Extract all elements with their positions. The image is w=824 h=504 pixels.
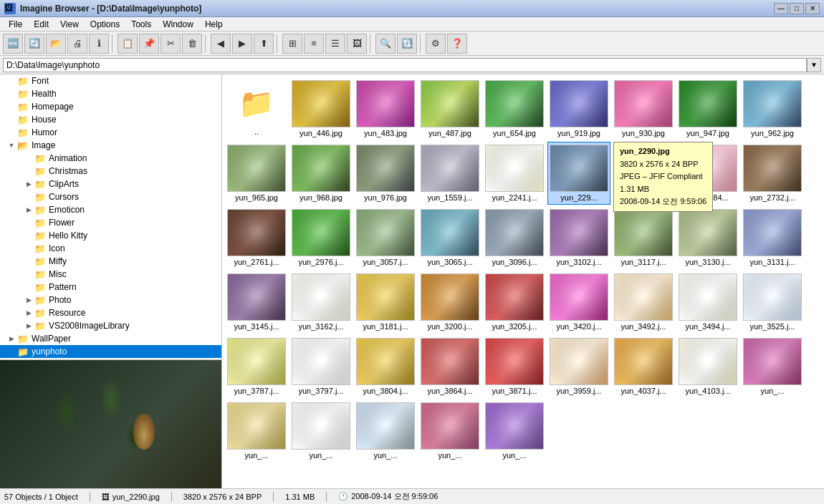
tree-expander-font[interactable] — [6, 75, 17, 87]
address-input[interactable] — [3, 58, 807, 72]
thumb-item-yun_r3[interactable]: yun_... — [289, 399, 353, 462]
thumb-item-yun_962[interactable]: yun_962.jpg — [741, 77, 804, 140]
toolbar-zoom-in[interactable]: 🔍 — [375, 34, 396, 54]
thumb-item-yun_483[interactable]: yun_483.jpg — [354, 77, 417, 140]
thumb-item-yun_2290[interactable]: yun_229... — [547, 142, 610, 205]
thumb-item-yun_968[interactable]: yun_968.jpg — [289, 142, 353, 205]
thumb-item-yun_919[interactable]: yun_919.jpg — [547, 77, 610, 140]
thumb-item-yun_930[interactable]: yun_930.jpg — [612, 77, 675, 140]
toolbar-up[interactable]: ⬆ — [254, 34, 274, 54]
thumb-item-yun_r2[interactable]: yun_... — [225, 399, 288, 462]
thumb-item-yun_2241[interactable]: yun_2241.j... — [483, 142, 546, 205]
thumb-item-yun_2976[interactable]: yun_2976.j... — [289, 206, 353, 269]
toolbar-copy[interactable]: 📋 — [118, 34, 138, 54]
toolbar-forward[interactable]: ▶ — [232, 34, 252, 54]
sidebar-item-misc[interactable]: 📁Misc — [0, 268, 221, 281]
sidebar-item-yunphoto[interactable]: 📁yunphoto — [0, 345, 221, 358]
thumb-item-yun_3494[interactable]: yun_3494.j... — [676, 271, 739, 334]
minimize-button[interactable]: — — [774, 3, 788, 14]
toolbar-new[interactable]: 🆕 — [3, 34, 23, 54]
thumb-item-yun_r5[interactable]: yun_... — [418, 399, 482, 462]
thumb-item-yun_3804[interactable]: yun_3804.j... — [354, 335, 417, 398]
sidebar-item-pattern[interactable]: 📁Pattern — [0, 281, 221, 294]
tree-expander-humor[interactable] — [6, 127, 17, 138]
thumb-item-yun_4103[interactable]: yun_4103.j... — [676, 335, 739, 398]
tree-expander-christmas[interactable] — [23, 165, 34, 177]
tree-expander-homepage[interactable] — [6, 101, 17, 112]
menu-file[interactable]: File — [3, 18, 28, 31]
tree-expander-cliparts[interactable]: ▶ — [23, 178, 34, 190]
thumb-item-yun_1559[interactable]: yun_1559.j... — [418, 142, 482, 205]
sidebar-item-resource[interactable]: ▶📁Resource — [0, 306, 221, 319]
thumb-item-yun_976[interactable]: yun_976.jpg — [354, 142, 417, 205]
thumb-item-yun_2732[interactable]: yun_2732.j... — [741, 142, 804, 205]
tree-expander-health[interactable] — [6, 88, 17, 100]
toolbar-open[interactable]: 📂 — [46, 34, 66, 54]
tree-expander-house[interactable] — [6, 114, 17, 125]
thumb-item-yun_446[interactable]: yun_446.jpg — [289, 77, 353, 140]
toolbar-cut[interactable]: ✂ — [161, 34, 181, 54]
menu-options[interactable]: Options — [85, 18, 125, 31]
tree-expander-hellokitty[interactable] — [23, 230, 34, 241]
toolbar-view3[interactable]: ☰ — [325, 34, 345, 54]
sidebar-item-flower[interactable]: 📁Flower — [0, 216, 221, 229]
thumb-item-yun_487[interactable]: yun_487.jpg — [418, 77, 482, 140]
toolbar-help[interactable]: ❓ — [447, 34, 467, 54]
tree-expander-pattern[interactable] — [23, 281, 34, 293]
sidebar-item-animation[interactable]: 📁Animation — [0, 152, 221, 165]
thumb-item-yun_3871[interactable]: yun_3871.j... — [483, 335, 546, 398]
thumb-item-yun_3057[interactable]: yun_3057.j... — [354, 206, 417, 269]
sidebar-item-miffy[interactable]: 📁Miffy — [0, 255, 221, 268]
menu-view[interactable]: View — [54, 18, 85, 31]
thumb-item-dotdot[interactable]: 📁.. — [225, 77, 288, 140]
toolbar-rotate[interactable]: 🔃 — [397, 34, 417, 54]
thumb-item-yun_3131[interactable]: yun_3131.j... — [741, 206, 804, 269]
thumb-item-yun_3787[interactable]: yun_3787.j... — [225, 335, 288, 398]
tree-expander-miffy[interactable] — [23, 256, 34, 267]
thumb-item-yun_965[interactable]: yun_965.jpg — [225, 142, 288, 205]
sidebar-item-house[interactable]: 📁House — [0, 113, 221, 126]
toolbar-print[interactable]: 🖨 — [67, 34, 87, 54]
maximize-button[interactable]: □ — [790, 3, 804, 14]
menu-window[interactable]: Window — [157, 18, 199, 31]
close-button[interactable]: ✕ — [805, 3, 820, 14]
tree-scrollable[interactable]: 📁Font📁Health📁Homepage📁House📁Humor▼📂Image… — [0, 74, 221, 359]
thumb-item-yun_3492[interactable]: yun_3492.j... — [612, 271, 675, 334]
sidebar-item-photo[interactable]: ▶📁Photo — [0, 294, 221, 306]
thumb-item-yun_2761[interactable]: yun_2761.j... — [225, 206, 288, 269]
tree-expander-animation[interactable] — [23, 152, 34, 164]
tree-expander-wallpaper[interactable]: ▶ — [6, 333, 17, 344]
menu-help[interactable]: Help — [199, 18, 229, 31]
thumb-item-yun_947[interactable]: yun_947.jpg — [676, 77, 739, 140]
sidebar-item-vs2008[interactable]: ▶📁VS2008ImageLibrary — [0, 319, 221, 332]
thumb-item-yun_3959[interactable]: yun_3959.j... — [547, 335, 610, 398]
tree-expander-emoticon[interactable]: ▶ — [23, 204, 34, 215]
tree-expander-yunphoto[interactable] — [6, 346, 17, 357]
thumbnail-grid[interactable]: 📁..yun_446.jpgyun_483.jpgyun_487.jpgyun_… — [222, 74, 824, 488]
tree-expander-misc[interactable] — [23, 268, 34, 280]
thumb-item-yun_4037[interactable]: yun_4037.j... — [612, 335, 675, 398]
thumb-item-yun_3200[interactable]: yun_3200.j... — [418, 271, 482, 334]
tree-expander-cursors[interactable] — [23, 191, 34, 203]
thumb-item-yun_3145[interactable]: yun_3145.j... — [225, 271, 288, 334]
thumb-item-yun_r1[interactable]: yun_... — [741, 335, 804, 398]
thumb-item-yun_654[interactable]: yun_654.jpg — [483, 77, 546, 140]
menu-tools[interactable]: Tools — [125, 18, 157, 31]
sidebar-item-homepage[interactable]: 📁Homepage — [0, 100, 221, 113]
thumb-item-yun_r6[interactable]: yun_... — [483, 399, 546, 462]
tree-expander-vs2008[interactable]: ▶ — [23, 320, 34, 331]
thumb-item-yun_3420[interactable]: yun_3420.j... — [547, 271, 610, 334]
toolbar-settings[interactable]: ⚙ — [426, 34, 446, 54]
toolbar-delete[interactable]: 🗑 — [182, 34, 202, 54]
tree-expander-flower[interactable] — [23, 217, 34, 228]
tree-expander-icon[interactable] — [23, 243, 34, 254]
thumb-item-yun_3797[interactable]: yun_3797.j... — [289, 335, 353, 398]
toolbar-info[interactable]: ℹ — [89, 34, 109, 54]
toolbar-view2[interactable]: ≡ — [304, 34, 324, 54]
sidebar-item-cliparts[interactable]: ▶📁ClipArts — [0, 178, 221, 190]
thumb-item-yun_3864[interactable]: yun_3864.j... — [418, 335, 482, 398]
sidebar-item-font[interactable]: 📁Font — [0, 74, 221, 87]
thumb-item-yun_3065[interactable]: yun_3065.j... — [418, 206, 482, 269]
thumb-item-yun_3130[interactable]: yun_3130.j... — [676, 206, 739, 269]
menu-edit[interactable]: Edit — [28, 18, 54, 31]
